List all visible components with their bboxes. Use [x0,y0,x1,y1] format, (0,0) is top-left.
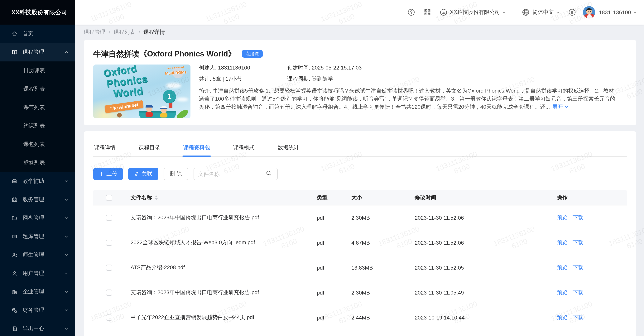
sidebar-item-user-mgmt[interactable]: 用户管理 [0,264,75,282]
search-button[interactable] [260,168,278,180]
row-checkbox[interactable] [106,240,112,246]
cover-boat-graphic [139,111,176,118]
course-title: 牛津自然拼读《Oxford Phonics World》 [93,48,236,59]
table-row: 甲子光年2022企业直播营销发展趋势白皮书44页.pdf pdf 2.44MB … [93,305,627,330]
preview-link[interactable]: 预览 [557,239,568,246]
row-checkbox[interactable] [106,264,112,271]
chevron-down-icon [633,10,637,14]
chevron-down-icon [64,253,68,257]
sidebar-item-enterprise-mgmt[interactable]: 企业管理 [0,282,75,301]
delete-button[interactable]: 删 除 [164,168,188,180]
qrcode-icon[interactable] [424,8,431,16]
chevron-down-icon [64,216,68,220]
select-all-checkbox[interactable] [106,194,112,201]
tab-course-catalog[interactable]: 课程目录 [138,140,161,156]
sidebar-subitem-booking-list[interactable]: 约课列表 [0,117,75,135]
row-checkbox[interactable] [106,314,112,321]
header-divider [514,8,514,16]
course-description: 简介: 牛津自然拼读5册攻略 1、想要轻松掌握英语拼读技巧吗？来试试牛津自然拼读… [199,87,617,111]
preview-link[interactable]: 预览 [557,264,568,271]
sidebar-subitem-calendar-schedule[interactable]: 日历课表 [0,62,75,80]
download-link[interactable]: 下载 [572,239,583,246]
table-row: 艾瑞咨询：2023年中国跨境出口电商行业研究报告.pdf pdf 2.30MB … [93,206,627,230]
associate-button[interactable]: 关联 [128,168,158,180]
app: XX科技股份有限公司 首页 课程管理 日历课表 课程列表 课节列表 约课列表 课… [0,0,644,336]
row-checkbox[interactable] [106,215,112,221]
course-summary-card: 牛津自然拼读《Oxford Phonics World》 点播课 Oxford … [84,40,636,125]
coins-icon [12,307,18,313]
calendar-icon [12,196,18,203]
sidebar-subitem-lesson-list[interactable]: 课节列表 [0,98,75,117]
plus-icon [99,172,104,176]
table-row: 2022全球区块链领域人才报告-Web3.0方向_edm.pdf pdf 4.8… [93,230,627,255]
sidebar-item-label: 首页 [23,30,34,37]
chevron-down-icon [64,272,68,275]
tab-data-statistics[interactable]: 数据统计 [277,140,300,156]
course-total: 共计: 5章 | 17小节 [199,76,287,82]
preview-link[interactable]: 预览 [557,314,568,321]
link-icon [134,172,139,176]
chevron-down-icon [64,179,68,183]
sidebar-item-teaching-aid[interactable]: 教学辅助 [0,172,75,190]
sidebar-item-question-bank[interactable]: 题库管理 [0,227,75,246]
cards-icon [12,234,18,240]
currency-icon[interactable] [568,8,576,16]
course-created-time: 创建时间: 2025-05-22 15:17:03 [287,64,362,72]
avatar [583,6,596,18]
preview-link[interactable]: 预览 [557,214,568,221]
svg-text:企: 企 [442,10,445,14]
cover-level-number: 1 [163,90,176,103]
file-search-input[interactable] [194,168,260,180]
chevron-down-icon [502,10,506,14]
sidebar-item-export-center[interactable]: 导出中心 [0,320,75,336]
tab-course-detail[interactable]: 课程详情 [93,140,116,156]
sidebar-item-academic-mgmt[interactable]: 教务管理 [0,190,75,209]
breadcrumb: 课程管理 / 课程列表 / 课程详情 [75,24,644,40]
sidebar-item-course-mgmt[interactable]: 课程管理 [0,43,75,62]
course-type-badge: 点播课 [242,50,263,58]
download-link[interactable]: 下载 [572,289,583,296]
chevron-down-icon [64,290,68,294]
course-cover-image: Oxford Phonics World with 2 interactive … [93,64,190,118]
sidebar-subitem-package-list[interactable]: 课包列表 [0,135,75,154]
download-link[interactable]: 下载 [572,314,583,321]
main-content: 课程管理 / 课程列表 / 课程详情 牛津自然拼读《Oxford Phonics… [75,24,644,336]
breadcrumb-course-list[interactable]: 课程列表 [114,29,135,36]
file-name: 甲子光年2022企业直播营销发展趋势白皮书44页.pdf [130,314,317,321]
search-icon [266,170,272,178]
file-name: 艾瑞咨询：2023年中国跨境出口电商行业研究报告.pdf [130,289,317,296]
tenant-switcher[interactable]: 企 XX科技股份有限公司 [440,8,506,16]
chevron-down-icon [64,198,68,202]
breadcrumb-course-mgmt[interactable]: 课程管理 [84,29,105,36]
language-label: 简体中文 [532,9,554,16]
file-name: 2022全球区块链领域人才报告-Web3.0方向_edm.pdf [130,239,317,246]
row-checkbox[interactable] [106,290,112,296]
sidebar-item-teacher-student[interactable]: 师生管理 [0,246,75,264]
user-check-icon [12,252,18,258]
sidebar-item-finance-mgmt[interactable]: 财务管理 [0,301,75,320]
help-icon[interactable] [407,8,415,16]
sidebar-subitem-tag-list[interactable]: 标签列表 [0,154,75,172]
sidebar-submenu-course: 日历课表 课程列表 课节列表 约课列表 课包列表 标签列表 [0,62,75,172]
user-icon [12,270,18,276]
course-tabs: 课程详情 课程目录 课程资料包 课程模式 数据统计 [93,131,627,157]
upload-button[interactable]: 上传 [93,168,123,180]
user-menu[interactable]: 18311136100 [583,6,637,18]
chevron-down-icon [64,308,68,312]
sidebar-item-home[interactable]: 首页 [0,24,75,43]
sidebar-subitem-course-list[interactable]: 课程列表 [0,80,75,98]
download-link[interactable]: 下载 [572,264,583,271]
sidebar-item-netdisk-mgmt[interactable]: 网盘管理 [0,209,75,227]
download-link[interactable]: 下载 [572,214,583,221]
company-logo: XX科技股份有限公司 [0,0,75,24]
tab-course-materials[interactable]: 课程资料包 [182,140,211,156]
sort-toggle[interactable] [155,196,158,200]
export-icon [12,326,18,332]
materials-toolbar: 上传 关联 删 除 [93,168,627,180]
expand-description-link[interactable]: 展开 [552,104,569,110]
globe-icon [522,8,530,16]
language-switcher[interactable]: 简体中文 [522,8,560,16]
home-icon [12,31,18,37]
tab-course-mode[interactable]: 课程模式 [232,140,255,156]
preview-link[interactable]: 预览 [557,289,568,296]
